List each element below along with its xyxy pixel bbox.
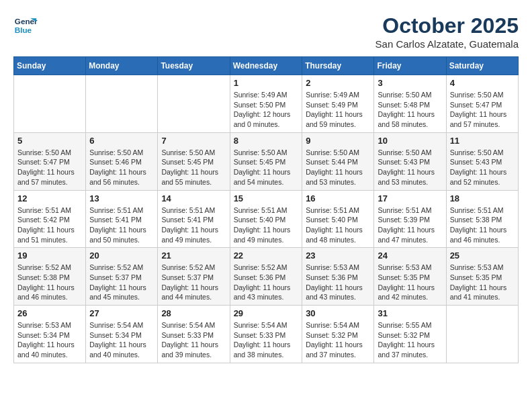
calendar-cell: 19Sunrise: 5:52 AM Sunset: 5:38 PM Dayli… bbox=[14, 248, 86, 306]
day-number: 24 bbox=[378, 250, 442, 261]
title-block: October 2025 San Carlos Alzatate, Guatem… bbox=[375, 13, 519, 50]
day-number: 1 bbox=[234, 78, 299, 88]
day-info: Sunrise: 5:51 AM Sunset: 5:39 PM Dayligh… bbox=[378, 205, 442, 245]
calendar-cell: 5Sunrise: 5:50 AM Sunset: 5:47 PM Daylig… bbox=[14, 132, 86, 190]
day-info: Sunrise: 5:50 AM Sunset: 5:43 PM Dayligh… bbox=[450, 148, 515, 187]
calendar-cell: 6Sunrise: 5:50 AM Sunset: 5:46 PM Daylig… bbox=[86, 132, 158, 190]
day-number: 16 bbox=[306, 193, 370, 203]
day-info: Sunrise: 5:51 AM Sunset: 5:42 PM Dayligh… bbox=[17, 205, 82, 245]
calendar-cell: 24Sunrise: 5:53 AM Sunset: 5:35 PM Dayli… bbox=[374, 248, 446, 306]
weekday-header-row: SundayMondayTuesdayWednesdayThursdayFrid… bbox=[14, 57, 519, 75]
calendar-cell: 20Sunrise: 5:52 AM Sunset: 5:37 PM Dayli… bbox=[86, 248, 158, 306]
day-number: 20 bbox=[89, 250, 154, 261]
day-info: Sunrise: 5:50 AM Sunset: 5:44 PM Dayligh… bbox=[306, 148, 370, 187]
day-number: 12 bbox=[17, 193, 82, 203]
day-info: Sunrise: 5:51 AM Sunset: 5:40 PM Dayligh… bbox=[306, 205, 370, 245]
calendar-week-1: 1Sunrise: 5:49 AM Sunset: 5:50 PM Daylig… bbox=[14, 75, 519, 133]
calendar-cell: 11Sunrise: 5:50 AM Sunset: 5:43 PM Dayli… bbox=[446, 132, 518, 190]
day-info: Sunrise: 5:50 AM Sunset: 5:47 PM Dayligh… bbox=[450, 90, 515, 130]
day-number: 9 bbox=[306, 136, 370, 146]
calendar-cell: 12Sunrise: 5:51 AM Sunset: 5:42 PM Dayli… bbox=[14, 190, 86, 248]
day-info: Sunrise: 5:54 AM Sunset: 5:32 PM Dayligh… bbox=[306, 320, 370, 360]
weekday-header-wednesday: Wednesday bbox=[230, 57, 302, 75]
calendar-cell: 18Sunrise: 5:51 AM Sunset: 5:38 PM Dayli… bbox=[446, 190, 518, 248]
day-number: 7 bbox=[161, 136, 226, 146]
calendar-cell: 26Sunrise: 5:53 AM Sunset: 5:34 PM Dayli… bbox=[14, 306, 86, 363]
day-info: Sunrise: 5:55 AM Sunset: 5:32 PM Dayligh… bbox=[378, 320, 442, 360]
page-header: General Blue October 2025 San Carlos Alz… bbox=[13, 13, 519, 50]
weekday-header-friday: Friday bbox=[374, 57, 446, 75]
weekday-header-saturday: Saturday bbox=[446, 57, 518, 75]
day-info: Sunrise: 5:53 AM Sunset: 5:36 PM Dayligh… bbox=[306, 263, 370, 302]
day-number: 14 bbox=[161, 193, 226, 203]
day-number: 31 bbox=[378, 308, 442, 318]
calendar-week-3: 12Sunrise: 5:51 AM Sunset: 5:42 PM Dayli… bbox=[14, 190, 519, 248]
calendar-week-5: 26Sunrise: 5:53 AM Sunset: 5:34 PM Dayli… bbox=[14, 306, 519, 363]
calendar-cell: 27Sunrise: 5:54 AM Sunset: 5:34 PM Dayli… bbox=[86, 306, 158, 363]
day-info: Sunrise: 5:54 AM Sunset: 5:34 PM Dayligh… bbox=[89, 320, 154, 360]
day-info: Sunrise: 5:51 AM Sunset: 5:38 PM Dayligh… bbox=[450, 205, 515, 245]
day-info: Sunrise: 5:51 AM Sunset: 5:40 PM Dayligh… bbox=[234, 205, 299, 245]
day-number: 11 bbox=[450, 136, 515, 146]
calendar-cell: 14Sunrise: 5:51 AM Sunset: 5:41 PM Dayli… bbox=[158, 190, 230, 248]
calendar-cell: 2Sunrise: 5:49 AM Sunset: 5:49 PM Daylig… bbox=[302, 75, 374, 133]
calendar-cell: 9Sunrise: 5:50 AM Sunset: 5:44 PM Daylig… bbox=[302, 132, 374, 190]
day-info: Sunrise: 5:50 AM Sunset: 5:47 PM Dayligh… bbox=[17, 148, 82, 187]
logo-icon: General Blue bbox=[13, 13, 38, 38]
day-info: Sunrise: 5:49 AM Sunset: 5:49 PM Dayligh… bbox=[306, 90, 370, 130]
calendar-week-4: 19Sunrise: 5:52 AM Sunset: 5:38 PM Dayli… bbox=[14, 248, 519, 306]
day-number: 21 bbox=[161, 250, 226, 261]
day-info: Sunrise: 5:49 AM Sunset: 5:50 PM Dayligh… bbox=[234, 90, 299, 130]
day-number: 26 bbox=[17, 308, 82, 318]
day-number: 25 bbox=[450, 250, 515, 261]
day-info: Sunrise: 5:52 AM Sunset: 5:38 PM Dayligh… bbox=[17, 263, 82, 302]
calendar-cell bbox=[158, 75, 230, 133]
day-info: Sunrise: 5:51 AM Sunset: 5:41 PM Dayligh… bbox=[161, 205, 226, 245]
day-info: Sunrise: 5:54 AM Sunset: 5:33 PM Dayligh… bbox=[234, 320, 299, 360]
calendar-cell: 28Sunrise: 5:54 AM Sunset: 5:33 PM Dayli… bbox=[158, 306, 230, 363]
weekday-header-thursday: Thursday bbox=[302, 57, 374, 75]
day-number: 3 bbox=[378, 78, 442, 88]
day-number: 22 bbox=[234, 250, 299, 261]
location-subtitle: San Carlos Alzatate, Guatemala bbox=[375, 38, 519, 50]
weekday-header-sunday: Sunday bbox=[14, 57, 86, 75]
month-title: October 2025 bbox=[375, 13, 519, 38]
day-info: Sunrise: 5:53 AM Sunset: 5:35 PM Dayligh… bbox=[378, 263, 442, 302]
calendar-cell bbox=[86, 75, 158, 133]
day-number: 4 bbox=[450, 78, 515, 88]
weekday-header-monday: Monday bbox=[86, 57, 158, 75]
day-info: Sunrise: 5:51 AM Sunset: 5:41 PM Dayligh… bbox=[89, 205, 154, 245]
day-info: Sunrise: 5:52 AM Sunset: 5:37 PM Dayligh… bbox=[89, 263, 154, 302]
calendar-cell: 1Sunrise: 5:49 AM Sunset: 5:50 PM Daylig… bbox=[230, 75, 302, 133]
day-info: Sunrise: 5:54 AM Sunset: 5:33 PM Dayligh… bbox=[161, 320, 226, 360]
day-number: 2 bbox=[306, 78, 370, 88]
calendar-cell: 13Sunrise: 5:51 AM Sunset: 5:41 PM Dayli… bbox=[86, 190, 158, 248]
calendar-cell: 21Sunrise: 5:52 AM Sunset: 5:37 PM Dayli… bbox=[158, 248, 230, 306]
calendar-cell: 30Sunrise: 5:54 AM Sunset: 5:32 PM Dayli… bbox=[302, 306, 374, 363]
calendar-cell bbox=[14, 75, 86, 133]
day-number: 18 bbox=[450, 193, 515, 203]
day-number: 6 bbox=[89, 136, 154, 146]
calendar-cell: 7Sunrise: 5:50 AM Sunset: 5:45 PM Daylig… bbox=[158, 132, 230, 190]
calendar-week-2: 5Sunrise: 5:50 AM Sunset: 5:47 PM Daylig… bbox=[14, 132, 519, 190]
day-number: 5 bbox=[17, 136, 82, 146]
weekday-header-tuesday: Tuesday bbox=[158, 57, 230, 75]
day-info: Sunrise: 5:50 AM Sunset: 5:45 PM Dayligh… bbox=[234, 148, 299, 187]
svg-text:General: General bbox=[15, 17, 38, 26]
day-number: 8 bbox=[234, 136, 299, 146]
calendar-table: SundayMondayTuesdayWednesdayThursdayFrid… bbox=[13, 56, 519, 363]
calendar-cell: 4Sunrise: 5:50 AM Sunset: 5:47 PM Daylig… bbox=[446, 75, 518, 133]
day-info: Sunrise: 5:52 AM Sunset: 5:37 PM Dayligh… bbox=[161, 263, 226, 302]
day-number: 23 bbox=[306, 250, 370, 261]
day-number: 10 bbox=[378, 136, 442, 146]
day-info: Sunrise: 5:50 AM Sunset: 5:46 PM Dayligh… bbox=[89, 148, 154, 187]
calendar-cell: 15Sunrise: 5:51 AM Sunset: 5:40 PM Dayli… bbox=[230, 190, 302, 248]
calendar-cell: 23Sunrise: 5:53 AM Sunset: 5:36 PM Dayli… bbox=[302, 248, 374, 306]
day-number: 27 bbox=[89, 308, 154, 318]
svg-text:Blue: Blue bbox=[15, 26, 32, 34]
calendar-cell: 10Sunrise: 5:50 AM Sunset: 5:43 PM Dayli… bbox=[374, 132, 446, 190]
calendar-cell: 17Sunrise: 5:51 AM Sunset: 5:39 PM Dayli… bbox=[374, 190, 446, 248]
calendar-cell: 16Sunrise: 5:51 AM Sunset: 5:40 PM Dayli… bbox=[302, 190, 374, 248]
logo: General Blue bbox=[13, 13, 38, 38]
day-info: Sunrise: 5:53 AM Sunset: 5:35 PM Dayligh… bbox=[450, 263, 515, 302]
